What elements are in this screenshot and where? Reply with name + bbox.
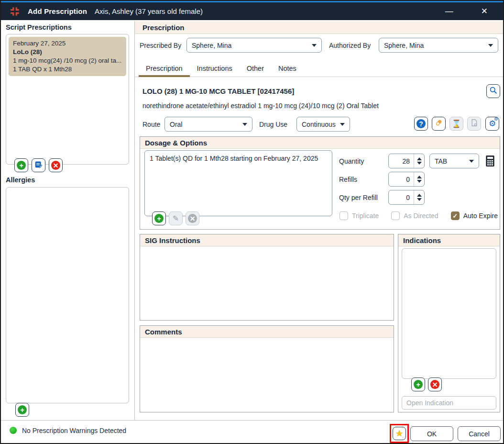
stepper-arrows[interactable] bbox=[414, 154, 424, 168]
plus-icon: + bbox=[17, 161, 26, 170]
quantity-stepper[interactable]: 28 bbox=[388, 154, 425, 168]
dosage-checkbox-row: Triplicate As Directed ✓ Auto Expire bbox=[340, 211, 498, 220]
history-button[interactable]: ⌛ bbox=[449, 117, 463, 131]
allergies-title: Allergies bbox=[6, 176, 35, 184]
refills-label: Refills bbox=[339, 176, 357, 183]
pill-icon bbox=[434, 118, 443, 129]
prescribed-by-select[interactable]: Sphere, Mina bbox=[186, 38, 322, 53]
comments-title: Comments bbox=[145, 328, 182, 336]
close-button[interactable]: ✕ bbox=[481, 7, 488, 15]
gears-icon: ⚙⚙ bbox=[489, 120, 496, 128]
tab-instructions[interactable]: Instructions bbox=[190, 62, 240, 77]
rx-sig: 1 TAB QD x 1 Mth28 bbox=[13, 65, 122, 74]
script-prescriptions-list[interactable]: February 27, 2025 LoLo (28) 1 mg-10 mcg(… bbox=[6, 34, 129, 165]
edit-dose-button[interactable]: ✎ bbox=[169, 211, 183, 225]
remove-prescription-button[interactable]: ✕ bbox=[49, 158, 63, 172]
comments-panel: Comments bbox=[140, 325, 394, 412]
drug-title: LOLO (28) 1 MG-10 MCG TABLET [02417456] bbox=[142, 87, 294, 95]
chevron-down-icon bbox=[312, 44, 317, 47]
sig-instructions-header: SIG Instructions bbox=[140, 234, 394, 246]
stepper-arrows[interactable] bbox=[414, 172, 424, 186]
x-icon: ✕ bbox=[51, 161, 60, 170]
unit-select[interactable]: TAB bbox=[429, 154, 479, 168]
qty-per-refill-label: Qty per Refill bbox=[339, 194, 378, 201]
drug-use-select[interactable]: Continuous bbox=[296, 117, 350, 132]
settings-button[interactable]: ⚙⚙ bbox=[485, 117, 499, 131]
authorized-by-select[interactable]: Sphere, Mina bbox=[379, 38, 498, 53]
sig-instructions-panel: SIG Instructions bbox=[140, 234, 394, 321]
quantity-value: 28 bbox=[389, 154, 414, 168]
indications-list[interactable] bbox=[402, 248, 496, 379]
prescription-section-header: Prescription bbox=[135, 21, 504, 34]
triplicate-checkbox[interactable]: Triplicate bbox=[340, 211, 379, 220]
triplicate-label: Triplicate bbox=[352, 212, 379, 220]
checkbox-box-icon bbox=[340, 211, 348, 220]
hourglass-icon: ⌛ bbox=[452, 119, 461, 128]
add-indication-button[interactable]: + bbox=[411, 377, 425, 391]
add-dose-button[interactable]: + bbox=[152, 211, 166, 225]
unit-value: TAB bbox=[435, 157, 447, 165]
dosage-options-title: Dosage & Options bbox=[145, 139, 207, 147]
remove-dose-button[interactable]: ✕ bbox=[186, 211, 199, 225]
cancel-button[interactable]: Cancel bbox=[458, 426, 501, 441]
auto-expire-checkbox[interactable]: ✓ Auto Expire bbox=[451, 211, 498, 220]
open-indication-input[interactable] bbox=[402, 396, 496, 410]
tab-strip: Prescription Instructions Other Notes bbox=[135, 62, 504, 77]
refills-stepper[interactable]: 0 bbox=[388, 172, 425, 187]
x-icon: ✕ bbox=[188, 214, 197, 223]
add-prescription-dialog: Add Prescription Axis, Ashley (37 years … bbox=[0, 0, 504, 444]
tab-prescription[interactable]: Prescription bbox=[139, 62, 190, 77]
window-title: Add Prescription bbox=[28, 7, 87, 15]
drug-monograph-button[interactable] bbox=[432, 117, 446, 131]
add-prescription-button[interactable]: + bbox=[14, 158, 28, 172]
qty-per-refill-stepper[interactable]: 0 bbox=[388, 190, 425, 205]
as-directed-checkbox[interactable]: As Directed bbox=[391, 211, 438, 220]
indications-header: Indications bbox=[398, 234, 500, 246]
plus-icon: + bbox=[414, 380, 423, 389]
comments-textarea[interactable] bbox=[140, 338, 394, 412]
warnings-status-text: No Prescription Warnings Detected bbox=[22, 427, 126, 434]
indications-title: Indications bbox=[403, 236, 441, 244]
drug-generic-name: norethindrone acetate/ethinyl estradiol … bbox=[142, 102, 379, 110]
chevron-down-icon bbox=[488, 44, 493, 47]
prescription-list-item[interactable]: February 27, 2025 LoLo (28) 1 mg-10 mcg(… bbox=[9, 37, 126, 76]
magnifier-icon bbox=[489, 86, 497, 96]
route-select[interactable]: Oral bbox=[164, 117, 252, 132]
rx-name: LoLo (28) bbox=[13, 48, 122, 56]
add-allergy-button[interactable]: + bbox=[15, 403, 29, 417]
favorite-button[interactable]: ★ bbox=[393, 427, 406, 440]
allergies-list[interactable] bbox=[6, 187, 129, 403]
ok-button[interactable]: OK bbox=[410, 426, 453, 441]
patient-banner: Axis, Ashley (37 years old female) bbox=[95, 7, 203, 15]
drug-search-button[interactable] bbox=[486, 84, 500, 98]
drug-use-label: Drug Use bbox=[259, 121, 287, 128]
script-prescriptions-title: Script Prescriptions bbox=[6, 23, 72, 31]
route-label: Route bbox=[142, 121, 160, 128]
as-directed-label: As Directed bbox=[404, 212, 438, 220]
tab-notes[interactable]: Notes bbox=[271, 62, 304, 77]
remove-indication-button[interactable]: ✕ bbox=[428, 377, 442, 391]
tab-other[interactable]: Other bbox=[240, 62, 271, 77]
copy-document-button[interactable] bbox=[467, 117, 481, 131]
target-highlight-box: ★ bbox=[390, 424, 409, 443]
chevron-down-icon bbox=[469, 160, 474, 163]
minimize-button[interactable]: — bbox=[445, 7, 453, 15]
status-green-dot-icon bbox=[10, 427, 17, 434]
plus-icon: + bbox=[154, 214, 164, 223]
dose-line-box[interactable]: 1 Tablet(s) QD for 1 Mth28 starting on F… bbox=[144, 150, 332, 216]
calculator-icon[interactable] bbox=[485, 155, 495, 169]
checkbox-box-icon bbox=[391, 211, 400, 220]
app-logo-icon bbox=[10, 6, 20, 17]
authorized-by-label: Authorized By bbox=[329, 42, 371, 49]
rx-date: February 27, 2025 bbox=[13, 39, 122, 48]
stepper-arrows[interactable] bbox=[414, 190, 424, 204]
checkbox-check-icon: ✓ bbox=[451, 211, 460, 220]
sidebar-divider bbox=[134, 21, 135, 420]
quantity-label: Quantity bbox=[339, 157, 364, 165]
star-icon: ★ bbox=[395, 428, 403, 439]
edit-prescription-button[interactable] bbox=[32, 158, 45, 172]
drug-info-button[interactable]: ? bbox=[414, 117, 428, 131]
sig-instructions-textarea[interactable] bbox=[140, 246, 394, 320]
copy-document-icon bbox=[470, 119, 478, 129]
chevron-down-icon bbox=[242, 123, 247, 126]
